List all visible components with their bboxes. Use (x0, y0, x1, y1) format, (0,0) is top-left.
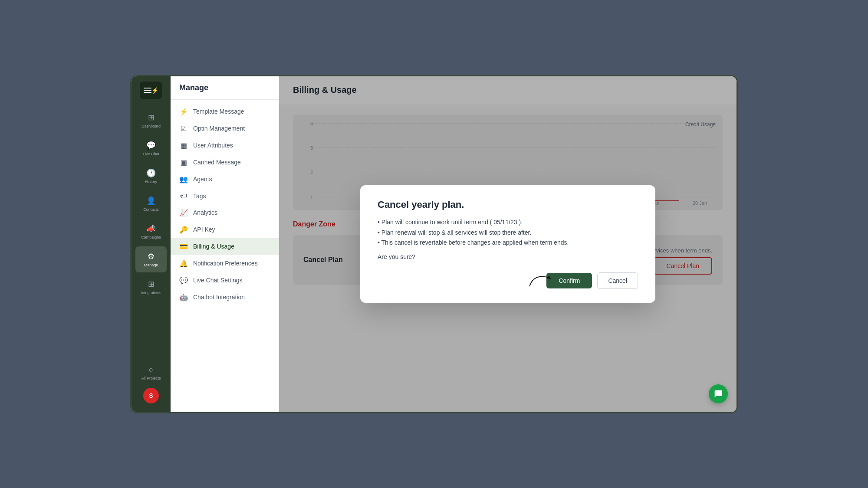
sidebar-item-user-attributes[interactable]: ▦ User Attributes (171, 137, 279, 154)
nav-item-contacts[interactable]: 👤 Contacts (135, 191, 167, 217)
sidebar-item-notification-preferences[interactable]: 🔔 Notification Preferences (171, 255, 279, 272)
sidebar-item-canned-message[interactable]: ▣ Canned Message (171, 154, 279, 171)
history-icon: 🕐 (146, 168, 156, 178)
icon-sidebar: ⚡ ⊞ Dashboard 💬 Live Chat 🕐 History 👤 Co… (132, 76, 171, 412)
nav-item-live-chat[interactable]: 💬 Live Chat (135, 135, 167, 161)
sidebar-item-template-message[interactable]: ⚡ Template Message (171, 103, 279, 120)
main-content: Billing & Usage 4 3 2 1 19 Jan 20 Jan Cr… (279, 76, 736, 412)
app-logo[interactable]: ⚡ (140, 82, 162, 99)
nav-item-manage[interactable]: ⚙ Manage (135, 246, 167, 272)
notification-preferences-icon: 🔔 (179, 259, 188, 268)
modal-title: Cancel yearly plan. (378, 199, 638, 210)
template-message-icon: ⚡ (179, 108, 188, 116)
analytics-icon: 📈 (179, 209, 188, 217)
secondary-sidebar: Manage ⚡ Template Message ☑ Optin Manage… (171, 76, 279, 412)
contacts-icon: 👤 (146, 196, 156, 206)
modal-question: Are you sure? (378, 253, 638, 260)
live-chat-settings-icon: 💬 (179, 276, 188, 285)
sidebar-item-api-key[interactable]: 🔑 API Key (171, 221, 279, 238)
campaigns-icon: 📣 (146, 224, 156, 233)
sidebar-item-optin-management[interactable]: ☑ Optin Management (171, 120, 279, 137)
sidebar-item-analytics[interactable]: 📈 Analytics (171, 204, 279, 221)
sidebar-item-agents[interactable]: 👥 Agents (171, 171, 279, 188)
all-projects-icon: ○ (149, 365, 154, 374)
tags-icon: 🏷 (179, 192, 188, 200)
sidebar-item-chatbot-integration[interactable]: 🤖 Chatbot Integration (171, 289, 279, 306)
sidebar-item-tags[interactable]: 🏷 Tags (171, 188, 279, 204)
lightning-icon: ⚡ (151, 87, 159, 94)
modal-overlay: Cancel yearly plan. • Plan will continue… (279, 76, 736, 412)
cancel-plan-modal: Cancel yearly plan. • Plan will continue… (360, 185, 655, 303)
app-window: ⚡ ⊞ Dashboard 💬 Live Chat 🕐 History 👤 Co… (130, 75, 738, 413)
integrations-icon: ⊞ (148, 279, 155, 289)
manage-icon: ⚙ (148, 252, 155, 261)
sidebar-item-billing-usage[interactable]: 💳 Billing & Usage (171, 238, 279, 255)
nav-item-campaigns[interactable]: 📣 Campaigns (135, 219, 167, 245)
nav-item-history[interactable]: 🕐 History (135, 163, 167, 189)
user-avatar[interactable]: S (143, 388, 159, 403)
modal-cancel-button[interactable]: Cancel (597, 272, 638, 289)
optin-management-icon: ☑ (179, 124, 188, 133)
sidebar-item-live-chat-settings[interactable]: 💬 Live Chat Settings (171, 272, 279, 289)
nav-item-all-projects[interactable]: ○ All Projects (135, 360, 167, 386)
api-key-icon: 🔑 (179, 226, 188, 234)
hamburger-icon (144, 88, 151, 93)
nav-item-integrations[interactable]: ⊞ Integrations (135, 274, 167, 300)
modal-bullet-2: • Plan renewal will stop & all services … (378, 228, 638, 238)
modal-actions: Confirm Cancel (378, 272, 638, 289)
arrow-annotation (525, 269, 560, 291)
modal-bullet-3: • This cancel is revertable before chang… (378, 238, 638, 248)
agents-icon: 👥 (179, 175, 188, 183)
chat-widget-button[interactable] (709, 384, 728, 403)
live-chat-icon: 💬 (146, 141, 156, 150)
chatbot-integration-icon: 🤖 (179, 293, 188, 301)
sidebar-title: Manage (171, 83, 279, 100)
modal-body: • Plan will continue to work until term … (378, 217, 638, 248)
chat-widget-icon (714, 390, 723, 398)
user-attributes-icon: ▦ (179, 141, 188, 150)
nav-item-dashboard[interactable]: ⊞ Dashboard (135, 108, 167, 134)
dashboard-icon: ⊞ (148, 113, 155, 122)
canned-message-icon: ▣ (179, 158, 188, 167)
modal-bullet-1: • Plan will continue to work until term … (378, 217, 638, 228)
sidebar-menu: ⚡ Template Message ☑ Optin Management ▦ … (171, 100, 279, 309)
billing-usage-icon: 💳 (179, 242, 188, 251)
